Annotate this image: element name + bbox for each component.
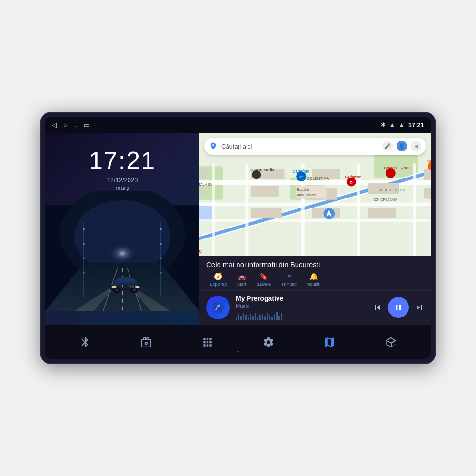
svg-rect-48 [424,169,431,180]
start-icon: 🚗 [237,272,246,281]
nav-radio[interactable] [140,336,152,348]
svg-text:D: D [350,181,353,185]
tab-start-label: Start [237,282,246,287]
svg-rect-30 [199,219,431,222]
svg-rect-33 [245,164,248,256]
svg-point-11 [115,288,119,291]
waveform-bar [255,313,256,320]
profile-icon[interactable]: 👤 [397,141,407,151]
svg-rect-39 [199,188,203,197]
home-circle-icon[interactable]: ○ [63,121,67,129]
status-bar-left: ◁ ○ ≡ ▭ [52,121,89,129]
album-art-inner [206,296,230,319]
nav-settings[interactable] [262,336,275,348]
svg-rect-38 [199,169,206,179]
waveform-bar [271,317,273,320]
svg-text:COLENTINA: COLENTINA [307,177,329,181]
clock-date: 12/12/2023 [89,177,156,184]
svg-text:ION CREANGĂ: ION CREANGĂ [374,198,397,201]
waveform-bar [252,316,254,320]
music-subtitle: Music [236,303,367,309]
bluetooth-status-icon: ✱ [381,121,386,128]
tab-salvate[interactable]: 🔖 Salvate [253,271,275,288]
tab-noutati-label: Noutăți [307,282,321,287]
bookmark-icon: 🔖 [259,272,268,281]
bottom-nav: ⌃ [45,325,431,359]
tab-trimiteti-label: Trimiteți [281,282,297,287]
tab-trimiteti[interactable]: ↗ Trimiteți [278,271,300,288]
waveform-bar [281,313,282,320]
map-search-bar[interactable]: Căutați aici 🎤 👤 ⊞ [204,138,426,155]
prev-button[interactable] [373,303,382,312]
map-search-text[interactable]: Căutați aici [221,143,378,150]
music-title: My Prerogative [236,295,367,302]
info-tabs: 🧭 Explorați 🚗 Start 🔖 Salvate ↗ [206,271,424,288]
music-waveform [236,311,367,320]
bell-icon: 🔔 [309,272,318,281]
waveform-bar [257,317,258,320]
album-art [206,296,230,319]
wifi-icon: ▲ [389,121,395,128]
grid-icon[interactable]: ⊞ [411,141,421,151]
recent-apps-icon[interactable]: ▭ [84,121,89,129]
waveform-bar [262,314,263,320]
svg-text:C: C [299,175,303,179]
info-panel: Cele mai noi informații din București 🧭 … [199,256,431,290]
waveform-bar [248,317,249,320]
nav-maps[interactable] [323,336,336,348]
right-panel: COLENTINA ION CREANGĂ Sos. C. Google C C… [199,133,431,325]
share-icon: ↗ [286,272,292,281]
music-player: My Prerogative Music [199,290,431,325]
clock-day: marți [89,184,156,191]
status-time: 17:21 [408,121,424,129]
svg-point-22 [160,272,162,274]
tab-salvate-label: Salvate [257,282,271,287]
map-search-actions: 🎤 👤 ⊞ [382,141,421,151]
main-area: 17:21 12/12/2023 marți [45,133,431,325]
svg-text:JUDEȚUL ILFOV: JUDEȚUL ILFOV [379,188,405,192]
nav-3d-apps[interactable] [385,336,397,348]
svg-point-19 [160,228,162,230]
nav-bluetooth[interactable] [79,336,91,348]
tab-noutati[interactable]: 🔔 Noutăți [303,271,325,288]
svg-point-21 [160,257,162,259]
svg-rect-47 [368,208,396,218]
waveform-bar [269,315,270,320]
svg-point-18 [83,272,85,274]
svg-rect-36 [413,164,416,256]
svg-point-84 [215,309,217,310]
svg-point-17 [83,257,85,259]
maps-nav-icon [323,336,336,348]
apps-icon [201,336,214,348]
waveform-bar [274,314,275,320]
radio-icon [140,336,152,348]
svg-text:Dedeman: Dedeman [345,175,362,179]
device-frame: ◁ ○ ≡ ▭ ✱ ▲ ▲ 17:21 17:21 12/12/2023 mar… [40,112,436,364]
bluetooth-icon [79,336,91,348]
svg-text:OFTALMED: OFTALMED [199,183,212,186]
tab-start[interactable]: 🚗 Start [233,271,250,288]
svg-rect-49 [424,188,431,198]
play-pause-button[interactable] [388,297,409,318]
bottom-chevron-icon: ⌃ [236,350,240,357]
svg-point-6 [108,243,137,264]
voice-search-icon[interactable]: 🎤 [382,141,393,151]
info-title: Cele mai noi informații din București [206,260,424,268]
waveform-bar [245,315,247,320]
nav-apps[interactable] [201,336,214,348]
menu-icon[interactable]: ≡ [74,121,78,129]
maps-logo-icon [209,142,218,150]
next-button[interactable] [415,303,424,312]
map-area[interactable]: COLENTINA ION CREANGĂ Sos. C. Google C C… [199,133,431,256]
status-bar: ◁ ○ ≡ ▭ ✱ ▲ ▲ 17:21 [45,117,431,133]
svg-point-16 [83,243,85,245]
waveform-bar [276,312,278,320]
waveform-bar [240,316,242,320]
waveform-bar [238,314,239,320]
svg-text:Dragonul Roșu: Dragonul Roșu [384,166,410,170]
waveform-bar [259,315,261,320]
waveform-bar [278,316,280,320]
svg-text:Mega Shop: Mega Shop [427,159,431,164]
tab-explorati[interactable]: 🧭 Explorați [206,271,230,288]
back-arrow-icon[interactable]: ◁ [52,121,57,129]
